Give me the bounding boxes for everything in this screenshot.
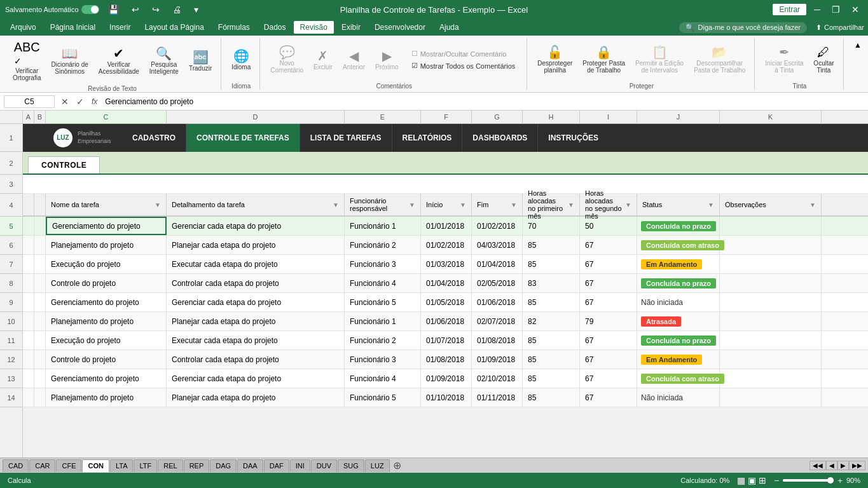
cell-obs-12[interactable] — [720, 350, 822, 369]
cell-h1-5[interactable]: 70 — [523, 217, 580, 235]
col-header-j[interactable]: J — [637, 111, 720, 123]
row-number-1[interactable]: 1 — [0, 124, 22, 152]
ribbon-btn-traduzir[interactable]: 🔤 Traduzir — [185, 48, 216, 74]
filter-h2-icon[interactable]: ▼ — [625, 201, 631, 208]
ribbon-btn-pesquisa[interactable]: 🔍 PesquisaInteligente — [146, 44, 183, 78]
filter-obs-icon[interactable]: ▼ — [809, 201, 816, 208]
cell-func-7[interactable]: Funcionário 3 — [345, 255, 421, 273]
cell-inicio-5[interactable]: 01/01/2018 — [421, 217, 472, 235]
cell-h2-5[interactable]: 50 — [580, 217, 637, 235]
col-header-k[interactable]: K — [720, 111, 822, 123]
cell-inicio-12[interactable]: 01/08/2018 — [421, 350, 472, 369]
table-row[interactable]: Execução do projeto Executar cada etapa … — [23, 331, 868, 350]
cell-status-11[interactable]: Concluída no prazo — [637, 331, 720, 349]
col-header-a[interactable]: A — [23, 111, 34, 123]
cell-fim-14[interactable]: 01/11/2018 — [472, 388, 523, 407]
cell-nome-6[interactable]: Planejamento do projeto — [46, 236, 167, 254]
col-header-f[interactable]: F — [421, 111, 472, 123]
cell-h1-11[interactable]: 85 — [523, 331, 580, 349]
cell-det-5[interactable]: Gerenciar cada etapa do projeto — [167, 217, 345, 235]
table-row[interactable]: Controle do projeto Controlar cada etapa… — [23, 274, 868, 293]
row-number-11[interactable]: 11 — [0, 331, 22, 350]
sheet-tab-daa[interactable]: DAA — [237, 459, 263, 472]
cell-func-11[interactable]: Funcionário 2 — [345, 331, 421, 349]
row-number-10[interactable]: 10 — [0, 312, 22, 331]
cell-func-5[interactable]: Funcionário 1 — [345, 217, 421, 235]
cell-det-13[interactable]: Gerenciar cada etapa do projeto — [167, 369, 345, 388]
cell-obs-5[interactable] — [720, 217, 822, 235]
minimize-button[interactable]: ─ — [810, 3, 824, 16]
cell-h2-6[interactable]: 67 — [580, 236, 637, 254]
cell-h2-10[interactable]: 79 — [580, 312, 637, 330]
table-row[interactable]: Controle do projeto Controlar cada etapa… — [23, 350, 868, 369]
ribbon-btn-iniciar-escrita[interactable]: ✒ Iniciar Escritaà Tinta — [761, 43, 807, 76]
sheet-tab-rep[interactable]: REP — [184, 459, 210, 472]
cell-status-6[interactable]: Concluída com atraso — [637, 236, 720, 254]
menu-arquivo[interactable]: Arquivo — [4, 21, 43, 34]
scroll-next-btn[interactable]: ▶ — [837, 461, 849, 470]
table-row[interactable]: Planejamento do projeto Planejar cada et… — [23, 388, 868, 407]
cell-h1-9[interactable]: 85 — [523, 293, 580, 311]
cell-func-8[interactable]: Funcionário 4 — [345, 274, 421, 292]
cell-h2-7[interactable]: 67 — [580, 255, 637, 273]
close-button[interactable]: ✕ — [848, 3, 863, 16]
cell-reference-input[interactable]: C5 — [4, 95, 55, 108]
ribbon-btn-sinonimos[interactable]: 📖 Dicionário deSinônimos — [47, 44, 92, 78]
ribbon-btn-excluir[interactable]: ✗ Excluir — [310, 47, 336, 73]
filter-func-icon[interactable]: ▼ — [409, 201, 415, 208]
mostrar-ocultar-comentario[interactable]: ☐ Mostrar/Ocultar Comentário — [408, 48, 520, 59]
cell-inicio-14[interactable]: 01/10/2018 — [421, 388, 472, 407]
menu-layout[interactable]: Layout da Página — [138, 21, 210, 34]
formula-insert-fn-btn[interactable]: fx — [89, 95, 100, 108]
table-row[interactable]: Gerenciamento do projeto Gerenciar cada … — [23, 293, 868, 312]
menu-dados[interactable]: Dados — [258, 21, 293, 34]
ribbon-collapse-btn[interactable]: ▲ — [851, 38, 864, 90]
cell-h1-6[interactable]: 85 — [523, 236, 580, 254]
cell-det-12[interactable]: Controlar cada etapa do projeto — [167, 350, 345, 369]
sheet-tab-con[interactable]: CON — [82, 459, 109, 472]
cell-h2-8[interactable]: 67 — [580, 274, 637, 292]
nav-tab-controle-tarefas[interactable]: CONTROLE DE TAREFAS — [186, 124, 300, 152]
sub-tab-controle[interactable]: CONTROLE — [28, 156, 100, 173]
table-row[interactable]: Gerenciamento do projeto Gerenciar cada … — [23, 369, 868, 388]
cell-nome-13[interactable]: Gerenciamento do projeto — [46, 369, 167, 388]
col-header-b[interactable]: B — [34, 111, 46, 123]
cell-det-9[interactable]: Gerenciar cada etapa do projeto — [167, 293, 345, 311]
cell-func-14[interactable]: Funcionário 5 — [345, 388, 421, 407]
cell-fim-13[interactable]: 02/10/2018 — [472, 369, 523, 388]
col-header-g[interactable]: G — [472, 111, 523, 123]
row-number-8[interactable]: 8 — [0, 274, 22, 293]
nav-tab-lista-tarefas[interactable]: LISTA DE TAREFAS — [300, 124, 392, 152]
restore-button[interactable]: ❐ — [828, 3, 844, 16]
redo-button[interactable]: ↪ — [148, 3, 163, 16]
cell-obs-13[interactable] — [720, 369, 822, 388]
autosave-toggle[interactable] — [81, 5, 99, 14]
page-break-btn[interactable]: ⊞ — [759, 475, 766, 485]
cell-func-12[interactable]: Funcionário 3 — [345, 350, 421, 369]
ribbon-btn-ortografia[interactable]: ABC✓ VerificarOrtografia — [9, 38, 45, 84]
cell-fim-11[interactable]: 01/08/2018 — [472, 331, 523, 349]
ribbon-btn-ocultar-tinta[interactable]: 🖊 OcultarTinta — [809, 43, 837, 76]
cell-inicio-10[interactable]: 01/06/2018 — [421, 312, 472, 330]
cell-fim-9[interactable]: 01/06/2018 — [472, 293, 523, 311]
cell-nome-5[interactable]: Gerenciamento do projeto — [46, 217, 167, 235]
row-number-13[interactable]: 13 — [0, 369, 22, 388]
cell-status-9[interactable]: Não iniciada — [637, 293, 720, 311]
zoom-out-btn[interactable]: − — [774, 476, 779, 485]
row-number-7[interactable]: 7 — [0, 255, 22, 274]
scroll-prev-btn[interactable]: ◀ — [826, 461, 837, 470]
ribbon-btn-idioma[interactable]: 🌐 Idioma — [228, 47, 254, 73]
cell-det-6[interactable]: Planejar cada etapa do projeto — [167, 236, 345, 254]
menu-formulas[interactable]: Fórmulas — [212, 21, 256, 34]
cell-h2-9[interactable]: 67 — [580, 293, 637, 311]
cell-func-10[interactable]: Funcionário 1 — [345, 312, 421, 330]
nav-tab-cadastro[interactable]: CADASTRO — [122, 124, 186, 152]
cell-fim-10[interactable]: 02/07/2018 — [472, 312, 523, 330]
menu-pagina-inicial[interactable]: Página Inicial — [44, 21, 102, 34]
ribbon-btn-proximo[interactable]: ▶ Próximo — [371, 47, 403, 73]
cell-obs-6[interactable] — [720, 236, 822, 254]
cell-det-14[interactable]: Planejar cada etapa do projeto — [167, 388, 345, 407]
nav-tab-dashboards[interactable]: DASHBOARDS — [462, 124, 538, 152]
col-header-e[interactable]: E — [345, 111, 421, 123]
cell-nome-11[interactable]: Execução do projeto — [46, 331, 167, 349]
